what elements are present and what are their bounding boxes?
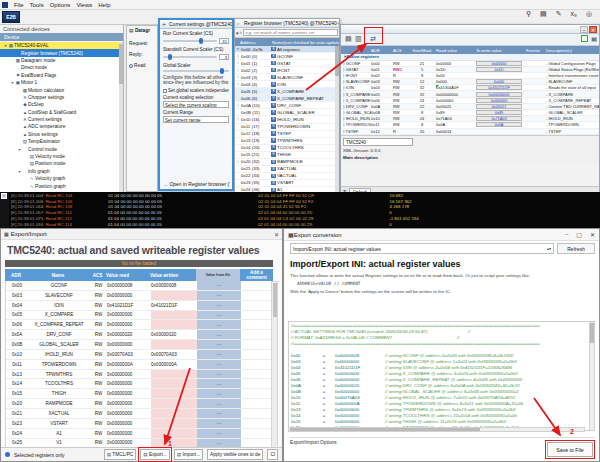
tree-item-position-graph[interactable]: ∿Position graph — [0, 182, 119, 189]
rt-col-Size/Mask[interactable]: Size/Mask — [408, 48, 436, 53]
values-table-row[interactable]: 0x24A1RW0x00000000---- — [6, 429, 272, 439]
write-value-button[interactable]: 0x89 — [476, 110, 522, 115]
register-search-input[interactable] — [243, 29, 338, 36]
current-range-dropdown[interactable]: Set current range — [163, 116, 229, 123]
register-list-item[interactable]: ⟩0x00 (0)RGCONF — [235, 53, 335, 60]
write-value-button[interactable]: 0x00021 — [476, 104, 522, 109]
tree-item-info-graph[interactable]: ▾Info graph — [0, 168, 119, 175]
write-value-button[interactable]: 0x000 — [476, 79, 522, 84]
register-list-item[interactable]: ⟩0x04 (4)RIOIN — [235, 81, 335, 88]
register-list-item[interactable]: 0x23 (35)RVSTART — [235, 180, 335, 187]
values-table-row[interactable]: 0x15THIGHRW0x00000000---- — [6, 389, 272, 399]
code-horizontal-scrollbar[interactable] — [288, 427, 585, 432]
ie-col-acs[interactable]: ACS — [89, 273, 106, 278]
close-icon[interactable]: ✕ — [590, 231, 595, 238]
menu-views[interactable]: Views — [76, 2, 92, 8]
cl-button[interactable]: Cl — [267, 449, 278, 460]
toggle-icon[interactable] — [5, 452, 10, 457]
rt-col-To write value[interactable]: To write value — [476, 48, 526, 53]
tree-item-tmc5240-eval[interactable]: ▾▦TMC5240-EVAL — [0, 42, 119, 49]
app-logo-button[interactable]: E2B — [2, 11, 20, 23]
ie-col-value-read[interactable]: Value read — [106, 273, 150, 278]
register-list-item[interactable]: 0x0B (11)RGLOBAL_SCALER — [235, 109, 335, 116]
pen-icon[interactable]: ✎ — [556, 10, 562, 18]
values-table-row[interactable]: 0x0BGLOBAL_SCALERRW0x00000000---- — [6, 340, 272, 350]
values-table-row[interactable]: 0x14TCOOLTHRSRW0x00000000---- — [6, 379, 272, 389]
values-table-row[interactable]: 0x23VSTARTRW0x00000000---- — [6, 419, 272, 429]
close-icon[interactable]: ✕ — [274, 231, 279, 238]
tree-scrollbar[interactable] — [119, 42, 123, 192]
tree-item-control-mode[interactable]: ▾Control mode — [0, 145, 119, 152]
run-current-slider[interactable] — [163, 40, 217, 42]
ie-col-name[interactable]: Name — [27, 273, 89, 278]
expander-icon[interactable]: ▾ — [17, 169, 22, 174]
register-list-item[interactable]: 0x15 (21)RTHIGH — [235, 152, 335, 159]
standstill-spinner[interactable]: 3 — [219, 54, 229, 60]
rt-col-ADR[interactable]: ADR — [371, 48, 393, 53]
values-table-row[interactable]: 0x05X_COMPARERW0x00000000---- — [6, 311, 272, 321]
scaling-dropdown[interactable]: Select the current scaling — [163, 101, 229, 108]
values-table-row[interactable]: 0x10IHOLD_IRUNRW0x00070A030x00070A03---- — [6, 350, 272, 360]
register-list-scrollbar[interactable] — [335, 46, 339, 195]
menu-options[interactable]: Options — [50, 2, 71, 8]
usb-icon[interactable]: ⚲ — [526, 10, 531, 18]
minimize-icon[interactable]: – — [565, 231, 568, 238]
rt-col-ACS[interactable]: ACS — [393, 48, 408, 53]
tree-item-tempestimator[interactable]: ▨TempEstimator — [0, 138, 119, 145]
register-list-item[interactable]: 0x13 (19)RTPWMTHRS — [235, 138, 335, 145]
global-scaler-slider[interactable] — [163, 70, 229, 72]
import--button[interactable]: ▤ Import... — [174, 449, 203, 460]
values-table-row[interactable]: 0x11TPOWERDOWNRW0x0000000A0x0000000A---- — [6, 360, 272, 370]
open-document-icon[interactable]: ▥ — [355, 35, 362, 43]
dropdown-icon[interactable]: ▾ — [236, 30, 239, 36]
apply-visible-ones-to-de-button[interactable]: Apply visible ones to de — [207, 449, 263, 460]
register-list-item[interactable]: 0x05 (5)RX_COMPARE — [235, 88, 335, 95]
register-list-item[interactable]: 0x21 (33)RXACTUAL — [235, 166, 335, 173]
close-button[interactable]: ✕ — [589, 26, 597, 33]
values-table-row[interactable]: 0x04IOINRW0x41021D1F0x41021D1F---- — [6, 301, 272, 311]
register-list-item[interactable]: 0x11 (17)RTPOWERDOWN — [235, 124, 335, 131]
green-status-icon[interactable] — [581, 35, 588, 42]
conversion-type-select[interactable]: Import/Export INI: actual register value… — [290, 243, 554, 254]
console-panel-icon[interactable]: ▤ — [1, 193, 7, 199]
values-table-row[interactable]: 0x20RAMPMODERW0x00000000---- — [6, 399, 272, 409]
tree-item-sinus-settings[interactable]: ▲Sinus settings — [0, 131, 119, 138]
refresh-button[interactable]: Refresh — [557, 243, 595, 254]
register-list-item[interactable]: 0x06 (6)RX_COMPARE_REPEAT — [235, 95, 335, 102]
tree-item-chopper-settings[interactable]: ✕Chopper settings — [0, 94, 119, 101]
register-list-item[interactable]: ⟩0x20 (32)RRAMPMODE — [235, 159, 335, 166]
code-vertical-scrollbar[interactable] — [589, 321, 595, 431]
tmcl-pc-button[interactable]: ▤ TMCL/PC — [104, 449, 137, 460]
col-name[interactable]: Name(set checked for auto update) — [272, 40, 339, 45]
tree-item-velocity-mode[interactable]: ▤Velocity mode — [0, 153, 119, 160]
ie-col-value-written[interactable]: Value written — [150, 269, 196, 281]
values-table-row[interactable]: 0x06X_COMPARE_REPEATRW0x00000000---- — [6, 320, 272, 330]
write-value-button[interactable]: 0x00000000 — [476, 92, 522, 97]
register-list-item[interactable]: ⟩0x0A (10)RDRV_CONF — [235, 102, 335, 109]
register-list-item[interactable]: 0x12 (18)RTSTEP — [235, 131, 335, 138]
new-document-icon[interactable]: ▤ — [540, 10, 547, 18]
values-table-row[interactable]: 0x00GCONFRW0x000000080x00000008---- — [6, 281, 272, 291]
minimize-button[interactable]: – — [580, 26, 588, 33]
tree-item-evalboard-flags[interactable]: ⚑EvalBoard Flags — [0, 72, 119, 79]
menu-help[interactable]: Help — [98, 2, 110, 8]
tree-item-motion-calculator[interactable]: ▦Motion calculator — [0, 86, 119, 93]
tree-item-motor-1[interactable]: ▾▣Motor 1 — [0, 79, 119, 86]
tree-item-adc-temperature[interactable]: ▲ADC temperature — [0, 123, 119, 130]
write-value-button[interactable]: 0x000000 — [476, 98, 522, 103]
expander-icon[interactable]: ▾ — [17, 147, 22, 152]
register-list-item[interactable]: ⟩0x10 (16)RIHOLD_IRUN — [235, 116, 335, 123]
register-list-item[interactable]: ⟩0x03 (3)RSLAVECONF — [235, 74, 335, 81]
write-value-button[interactable]: 0x0A — [476, 122, 522, 127]
tree-item-coolstep-stallguard[interactable]: ▲CoolStep & StallGuard — [0, 109, 119, 116]
write-value-button[interactable]: 0x41021D1F — [476, 85, 522, 90]
tree-item-dcstep[interactable]: ◆DcStep — [0, 101, 119, 108]
register-list-item[interactable]: 0x22 (34)RVACTUAL — [235, 173, 335, 180]
eye-icon[interactable]: ◎ — [586, 10, 592, 18]
write-value-button[interactable]: 0x1D — [476, 67, 522, 72]
tree-item-velocity-graph[interactable]: ∿Velocity graph — [0, 175, 119, 182]
register-list-item[interactable]: ⟩0x01 (1)RGSTAT — [235, 60, 335, 67]
save-to-file-button[interactable]: Save to File — [547, 442, 593, 457]
values-table-row[interactable]: 0x03SLAVECONFRW0x00000000---- — [6, 291, 272, 301]
tree-item-current-settings[interactable]: ✕Current settings — [0, 116, 119, 123]
